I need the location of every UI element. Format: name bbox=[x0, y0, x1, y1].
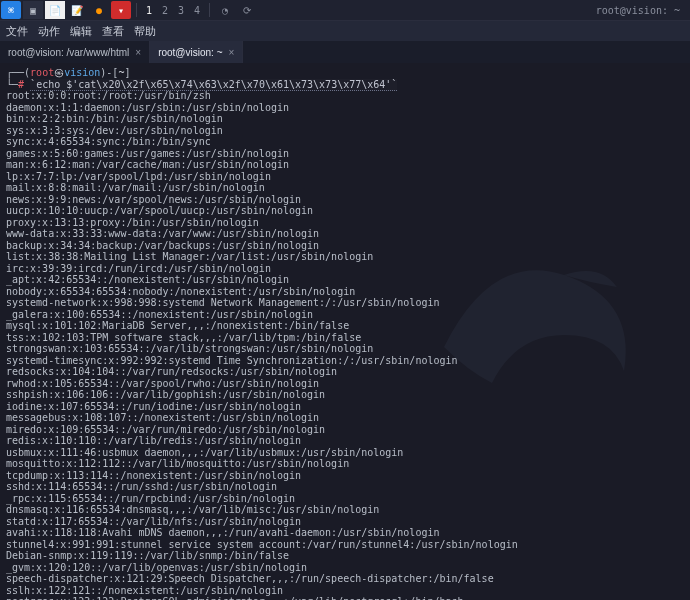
prompt-hash: # bbox=[18, 79, 24, 90]
output-line: _gvm:x:120:120::/var/lib/openvas:/usr/sb… bbox=[6, 562, 684, 574]
workspace-3[interactable]: 3 bbox=[173, 5, 189, 16]
output-line: systemd-network:x:998:998:systemd Networ… bbox=[6, 297, 684, 309]
tabbar: root@vision: /var/www/html × root@vision… bbox=[0, 41, 690, 63]
terminal-tab-1[interactable]: root@vision: /var/www/html × bbox=[0, 41, 150, 63]
close-icon[interactable]: × bbox=[135, 47, 141, 58]
workspace-4[interactable]: 4 bbox=[189, 5, 205, 16]
menu-help[interactable]: 帮助 bbox=[134, 24, 156, 39]
output-line: sshd:x:114:65534::/run/sshd:/usr/sbin/no… bbox=[6, 481, 684, 493]
file-manager-icon[interactable]: 📄 bbox=[45, 1, 65, 19]
output-line: strongswan:x:103:65534::/var/lib/strongs… bbox=[6, 343, 684, 355]
output-line: lp:x:7:7:lp:/var/spool/lpd:/usr/sbin/nol… bbox=[6, 171, 684, 183]
terminal-output: root:x:0:0:root:/root:/usr/bin/zshdaemon… bbox=[6, 90, 684, 600]
output-line: list:x:38:38:Mailing List Manager:/var/l… bbox=[6, 251, 684, 263]
firefox-icon[interactable]: ● bbox=[89, 1, 109, 19]
tab-label: root@vision: ~ bbox=[158, 47, 222, 58]
terminal-icon[interactable]: ▣ bbox=[23, 1, 43, 19]
menu-view[interactable]: 查看 bbox=[102, 24, 124, 39]
prompt-user: root bbox=[30, 67, 54, 78]
output-line: redis:x:110:110::/var/lib/redis:/usr/sbi… bbox=[6, 435, 684, 447]
output-line: postgres:x:123:122:PostgreSQL administra… bbox=[6, 596, 684, 600]
output-line: statd:x:117:65534::/var/lib/nfs:/usr/sbi… bbox=[6, 516, 684, 528]
app-launcher-icon[interactable]: ⌘ bbox=[1, 1, 21, 19]
output-line: irc:x:39:39:ircd:/run/ircd:/usr/sbin/nol… bbox=[6, 263, 684, 275]
prompt-host: vision bbox=[64, 67, 100, 78]
output-line: root:x:0:0:root:/root:/usr/bin/zsh bbox=[6, 90, 684, 102]
output-line: stunnel4:x:991:991:stunnel service syste… bbox=[6, 539, 684, 551]
output-line: www-data:x:33:33:www-data:/var/www:/usr/… bbox=[6, 228, 684, 240]
menu-actions[interactable]: 动作 bbox=[38, 24, 60, 39]
output-line: usbmux:x:111:46:usbmux daemon,,,:/var/li… bbox=[6, 447, 684, 459]
output-line: tss:x:102:103:TPM software stack,,,:/var… bbox=[6, 332, 684, 344]
output-line: iodine:x:107:65534::/run/iodine:/usr/sbi… bbox=[6, 401, 684, 413]
output-line: _apt:x:42:65534::/nonexistent:/usr/sbin/… bbox=[6, 274, 684, 286]
command-text: `echo $'cat\x20\x2f\x65\x74\x63\x2f\x70\… bbox=[30, 79, 397, 91]
output-line: mysql:x:101:102:MariaDB Server,,,:/nonex… bbox=[6, 320, 684, 332]
output-line: sys:x:3:3:sys:/dev:/usr/sbin/nologin bbox=[6, 125, 684, 137]
output-line: sshpish:x:106:106::/var/lib/gophish:/usr… bbox=[6, 389, 684, 401]
output-line: news:x:9:9:news:/var/spool/news:/usr/sbi… bbox=[6, 194, 684, 206]
output-line: systemd-timesync:x:992:992:systemd Time … bbox=[6, 355, 684, 367]
menu-file[interactable]: 文件 bbox=[6, 24, 28, 39]
output-line: daemon:x:1:1:daemon:/usr/sbin:/usr/sbin/… bbox=[6, 102, 684, 114]
output-line: miredo:x:109:65534::/var/run/miredo:/usr… bbox=[6, 424, 684, 436]
tab-label: root@vision: /var/www/html bbox=[8, 47, 129, 58]
taskbar-right: root@vision: ~ bbox=[596, 5, 690, 16]
tray-icon-2[interactable]: ⟳ bbox=[237, 1, 257, 19]
output-line: proxy:x:13:13:proxy:/bin:/usr/sbin/nolog… bbox=[6, 217, 684, 229]
close-icon[interactable]: × bbox=[229, 47, 235, 58]
output-line: rwhod:x:105:65534::/var/spool/rwho:/usr/… bbox=[6, 378, 684, 390]
output-line: games:x:5:60:games:/usr/games:/usr/sbin/… bbox=[6, 148, 684, 160]
tray-icon-1[interactable]: ◔ bbox=[215, 1, 235, 19]
output-line: speech-dispatcher:x:121:29:Speech Dispat… bbox=[6, 573, 684, 585]
output-line: mosquitto:x:112:112::/var/lib/mosquitto:… bbox=[6, 458, 684, 470]
output-line: dnsmasq:x:116:65534:dnsmasq,,,:/var/lib/… bbox=[6, 504, 684, 516]
burp-icon[interactable]: ▾ bbox=[111, 1, 131, 19]
output-line: uucp:x:10:10:uucp:/var/spool/uucp:/usr/s… bbox=[6, 205, 684, 217]
output-line: bin:x:2:2:bin:/bin:/usr/sbin/nologin bbox=[6, 113, 684, 125]
output-line: messagebus:x:108:107::/nonexistent:/usr/… bbox=[6, 412, 684, 424]
prompt-line-2: └─# `echo $'cat\x20\x2f\x65\x74\x63\x2f\… bbox=[6, 79, 684, 91]
output-line: mail:x:8:8:mail:/var/mail:/usr/sbin/nolo… bbox=[6, 182, 684, 194]
window-title-tray: root@vision: ~ bbox=[596, 5, 680, 16]
output-line: man:x:6:12:man:/var/cache/man:/usr/sbin/… bbox=[6, 159, 684, 171]
taskbar-separator bbox=[136, 3, 137, 17]
output-line: sync:x:4:65534:sync:/bin:/bin/sync bbox=[6, 136, 684, 148]
prompt-line-1: ┌──(root㉿vision)-[~] bbox=[6, 67, 684, 79]
workspace-2[interactable]: 2 bbox=[157, 5, 173, 16]
workspace-1[interactable]: 1 bbox=[141, 5, 157, 16]
output-line: Debian-snmp:x:119:119::/var/lib/snmp:/bi… bbox=[6, 550, 684, 562]
taskbar-separator-2 bbox=[209, 3, 210, 17]
menubar: 文件 动作 编辑 查看 帮助 bbox=[0, 21, 690, 41]
menu-edit[interactable]: 编辑 bbox=[70, 24, 92, 39]
output-line: nobody:x:65534:65534:nobody:/nonexistent… bbox=[6, 286, 684, 298]
output-line: backup:x:34:34:backup:/var/backups:/usr/… bbox=[6, 240, 684, 252]
terminal-tab-2[interactable]: root@vision: ~ × bbox=[150, 41, 243, 63]
output-line: _galera:x:100:65534::/nonexistent:/usr/s… bbox=[6, 309, 684, 321]
output-line: avahi:x:118:118:Avahi mDNS daemon,,,:/ru… bbox=[6, 527, 684, 539]
output-line: sslh:x:122:121::/nonexistent:/usr/sbin/n… bbox=[6, 585, 684, 597]
taskbar: ⌘ ▣ 📄 📝 ● ▾ 1 2 3 4 ◔ ⟳ root@vision: ~ bbox=[0, 0, 690, 21]
output-line: _rpc:x:115:65534::/run/rpcbind:/usr/sbin… bbox=[6, 493, 684, 505]
editor-icon[interactable]: 📝 bbox=[67, 1, 87, 19]
terminal-viewport[interactable]: ┌──(root㉿vision)-[~] └─# `echo $'cat\x20… bbox=[0, 63, 690, 600]
output-line: tcpdump:x:113:114::/nonexistent:/usr/sbi… bbox=[6, 470, 684, 482]
output-line: redsocks:x:104:104::/var/run/redsocks:/u… bbox=[6, 366, 684, 378]
